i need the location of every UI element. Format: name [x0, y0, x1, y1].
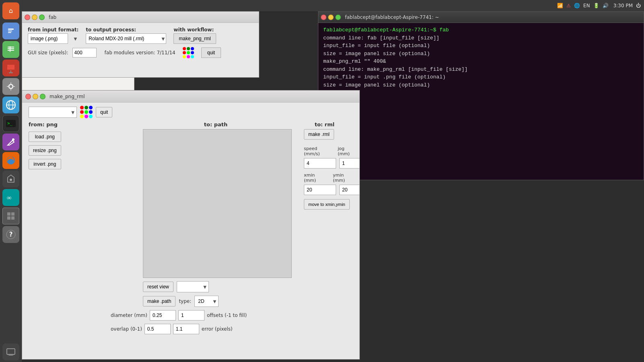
terminal-line-6: command line: make_png_rml [input_file [… — [323, 66, 639, 74]
maximize-btn[interactable] — [335, 14, 341, 20]
terminal-icon[interactable]: >_ — [2, 115, 19, 132]
xmin-ymin-labels: xmin (mm) ymin (mm) — [304, 173, 356, 183]
settings-icon[interactable] — [2, 78, 19, 95]
from-format-select[interactable]: image (.png) — [28, 33, 68, 44]
color-dots — [183, 47, 194, 58]
to-process-label: to output process: — [86, 27, 166, 33]
app11-icon[interactable] — [2, 208, 19, 224]
minimize-btn[interactable] — [33, 94, 38, 99]
maximize-btn[interactable] — [39, 14, 45, 20]
home-icon[interactable]: ⌂ — [2, 2, 19, 19]
close-btn[interactable] — [25, 94, 31, 99]
view-select[interactable] — [177, 281, 209, 292]
app13-icon[interactable] — [2, 343, 19, 360]
diameter-input1[interactable] — [150, 310, 176, 321]
speed-jog-inputs — [304, 158, 356, 169]
type-select[interactable]: 2D 3D — [194, 296, 219, 307]
overlap-input1[interactable] — [144, 324, 171, 334]
dot-r1 — [80, 106, 84, 109]
quit-button[interactable]: quit — [201, 47, 221, 58]
ymin-input[interactable] — [339, 185, 360, 195]
files-icon[interactable] — [2, 23, 19, 39]
reset-view-button[interactable]: reset view — [143, 282, 173, 292]
dot4 — [183, 51, 186, 54]
minimize-btn[interactable] — [32, 14, 37, 20]
help-icon[interactable]: ? — [2, 226, 19, 243]
tools-icon[interactable] — [2, 134, 19, 150]
error-label: error (pixels) — [202, 326, 233, 332]
from-format-select-wrapper: image (.png) ▼ — [28, 33, 78, 44]
quit-main-button[interactable]: quit — [96, 107, 112, 117]
rml-controls: make .rml speed (mm/s) jog (mm) xmin (mm… — [304, 129, 356, 210]
dot6 — [191, 51, 194, 54]
svg-rect-25 — [7, 212, 10, 216]
arduino-icon[interactable]: ∞ — [2, 189, 19, 206]
close-btn[interactable] — [321, 14, 326, 20]
workflow-button[interactable]: make_png_rml — [173, 33, 216, 44]
svg-rect-26 — [11, 212, 14, 216]
terminal-line-5: make_png_rml "" 400& — [323, 58, 639, 66]
workflow-select[interactable] — [29, 107, 77, 118]
overlap-input2[interactable] — [173, 324, 199, 334]
terminal-content[interactable]: fablabcept@fablabcept-Aspire-7741:~$ fab… — [318, 23, 644, 100]
diameter-input2[interactable] — [178, 310, 204, 321]
resize-png-button[interactable]: resize .png — [29, 145, 61, 156]
clock: 3:30 PM — [613, 3, 633, 8]
speed-jog-labels: speed (mm/s) jog (mm) — [304, 146, 356, 156]
invert-png-button[interactable]: invert .png — [29, 159, 61, 169]
firefox-icon[interactable] — [2, 152, 19, 169]
svg-rect-9 — [8, 50, 14, 51]
terminal-window: fablabcept@fablabcept-Aspire-7741: ~ fab… — [318, 11, 644, 180]
to-path-section: to: path — [141, 121, 290, 128]
close-btn[interactable] — [25, 14, 30, 20]
diameter-row: diameter (mm) offsets (-1 to fill) — [111, 310, 247, 321]
type-label: type: — [179, 298, 191, 304]
gui-size-input[interactable] — [72, 48, 97, 58]
dot7 — [183, 55, 186, 58]
wifi-icon: 📶 — [557, 3, 563, 8]
canvas-area — [143, 129, 292, 278]
from-format-label: from input format: — [28, 27, 78, 33]
to-path-label: to: path — [204, 121, 227, 128]
move-to-xmin-button[interactable]: move to xmin,ymin — [304, 199, 350, 210]
make-path-button[interactable]: make .path — [143, 296, 175, 306]
terminal-line-4: size = image panel size (optional) — [323, 50, 639, 58]
speed-input[interactable] — [304, 158, 336, 169]
fab-size-row: GUI size (pixels): fab modules version: … — [28, 47, 253, 58]
overlap-label: overlap (0-1) — [111, 326, 142, 332]
system-bar: 📶 ⚠ 🌐 EN 🔋 🔊 3:30 PM ⏻ — [22, 0, 644, 11]
from-png-label: from: png — [29, 121, 58, 128]
minimize-btn[interactable] — [328, 14, 334, 20]
spreadsheet-icon[interactable] — [2, 41, 19, 58]
jog-label: jog (mm) — [338, 146, 356, 156]
fab-top-titlebar: fab — [22, 12, 259, 23]
to-process-select[interactable]: Roland MDX-20 mill (.rml) — [86, 33, 166, 44]
from-section: from: png — [29, 121, 141, 128]
terminal-line-3: input_file = input file (optional) — [323, 42, 639, 50]
taskbar: ⌂ >_ ∞ ? — [0, 0, 22, 362]
xmin-input[interactable] — [304, 185, 336, 195]
load-png-button[interactable]: load .png — [29, 132, 61, 142]
browser-icon[interactable] — [2, 97, 19, 113]
svg-rect-4 — [8, 31, 12, 31]
select-arrow-icon: ▼ — [74, 37, 77, 41]
make-rml-button[interactable]: make .rml — [304, 129, 334, 140]
terminal-title: fablabcept@fablabcept-Aspire-7741: ~ — [345, 14, 439, 20]
presentation-icon[interactable] — [2, 60, 19, 76]
dot-c1 — [89, 115, 93, 118]
blue-dot — [191, 47, 194, 50]
dot-g2 — [85, 110, 88, 114]
png-controls: load .png resize .png invert .png — [29, 132, 61, 169]
lang-icon: EN — [583, 3, 590, 8]
power-icon[interactable]: ⏻ — [636, 3, 641, 8]
make-path-row: make .path type: 2D 3D ▼ — [143, 296, 219, 307]
volume-icon: 🔊 — [603, 3, 609, 8]
dot-y1 — [80, 115, 84, 118]
section-headers: from: png to: path to: rml — [22, 118, 359, 129]
maximize-btn[interactable] — [40, 94, 45, 99]
app9-icon[interactable] — [2, 171, 19, 187]
jog-input[interactable] — [339, 158, 360, 169]
xmin-label: xmin (mm) — [304, 173, 327, 183]
svg-text:∞: ∞ — [7, 194, 11, 201]
svg-rect-6 — [6, 45, 15, 54]
